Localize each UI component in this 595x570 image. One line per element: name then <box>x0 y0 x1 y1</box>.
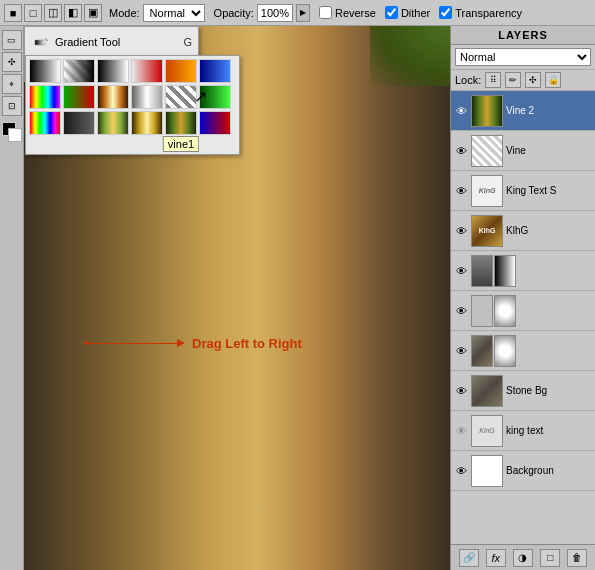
layer-thumb-background <box>471 455 503 487</box>
layer-row-klhg[interactable]: 👁 KlhG KlhG <box>451 211 595 251</box>
gradient-tool-shortcut: G <box>183 36 192 48</box>
gradient-swatch-9[interactable] <box>131 85 163 109</box>
layer-row-king-text[interactable]: 👁 KinG king text <box>451 411 595 451</box>
layer-thumb-klhg: KlhG <box>471 215 503 247</box>
drag-instruction: Drag Left to Right <box>84 336 302 351</box>
layer-name-vine2: Vine 2 <box>506 105 592 116</box>
layer-row-bw[interactable]: 👁 <box>451 251 595 291</box>
lock-label: Lock: <box>455 74 481 86</box>
layer-eye-bw[interactable]: 👁 <box>454 264 468 278</box>
layers-title: LAYERS <box>451 26 595 45</box>
lock-paint-btn[interactable]: ✏ <box>505 72 521 88</box>
gradient-picker: vine1 ↗ <box>25 55 240 155</box>
gradient-tool-option[interactable]: Gradient Tool G <box>28 30 195 54</box>
gradient-swatch-0[interactable] <box>29 59 61 83</box>
opacity-arrow[interactable]: ▶ <box>296 4 310 22</box>
layers-lock-row: Lock: ⠿ ✏ ✣ 🔒 <box>451 70 595 91</box>
mode-btn-1[interactable]: ■ <box>4 4 22 22</box>
reverse-group: Reverse <box>319 6 376 19</box>
gradient-tool-icon <box>31 32 51 52</box>
tool-btn-lasso[interactable]: ⌖ <box>2 74 22 94</box>
layer-name-king-text-s: King Text S <box>506 185 592 196</box>
layer-eye-stone2[interactable]: 👁 <box>454 344 468 358</box>
layer-thumb-glow-main <box>471 295 493 327</box>
mode-btn-2[interactable]: □ <box>24 4 42 22</box>
tool-btn-select[interactable]: ▭ <box>2 30 22 50</box>
layer-eye-stone-bg[interactable]: 👁 <box>454 384 468 398</box>
layer-row-vine2[interactable]: 👁 Vine 2 <box>451 91 595 131</box>
foreground-background[interactable] <box>2 122 22 142</box>
gradient-tooltip: vine1 <box>163 136 199 152</box>
tool-btn-crop[interactable]: ⊡ <box>2 96 22 116</box>
gradient-swatch-15[interactable] <box>131 111 163 135</box>
layers-blend-select[interactable]: Normal <box>455 48 591 66</box>
layer-eye-klhg[interactable]: 👁 <box>454 224 468 238</box>
main-area: ▭ ✣ ⌖ ⊡ Gradient Tool G <box>0 26 595 570</box>
layers-new-fill-btn[interactable]: ◑ <box>513 549 533 567</box>
layer-name-king-text: king text <box>506 425 592 436</box>
gradient-swatch-8[interactable] <box>97 85 129 109</box>
layer-row-stone2[interactable]: 👁 <box>451 331 595 371</box>
gradient-swatch-13[interactable] <box>63 111 95 135</box>
canvas-green-corner <box>370 26 450 86</box>
layer-row-vine[interactable]: 👁 Vine <box>451 131 595 171</box>
transparency-group: Transparency <box>439 6 522 19</box>
layer-eye-background[interactable]: 👁 <box>454 464 468 478</box>
mode-label: Mode: <box>109 7 140 19</box>
gradient-swatch-12[interactable] <box>29 111 61 135</box>
layers-fx-btn[interactable]: fx <box>486 549 506 567</box>
gradient-swatch-10[interactable] <box>165 85 197 109</box>
gradient-swatch-3[interactable] <box>131 59 163 83</box>
layer-eye-vine[interactable]: 👁 <box>454 144 468 158</box>
layer-row-king-text-s[interactable]: 👁 KinG King Text S <box>451 171 595 211</box>
layer-row-background[interactable]: 👁 Backgroun <box>451 451 595 491</box>
layers-list: 👁 Vine 2 👁 Vine 👁 KinG King Text S 👁 Klh… <box>451 91 595 544</box>
gradient-swatch-2[interactable] <box>97 59 129 83</box>
layer-name-klhg: KlhG <box>506 225 592 236</box>
reverse-checkbox[interactable] <box>319 6 332 19</box>
layer-row-glow[interactable]: 👁 <box>451 291 595 331</box>
lock-transparency-btn[interactable]: ⠿ <box>485 72 501 88</box>
background-color[interactable] <box>8 128 22 142</box>
mode-btn-3[interactable]: ◫ <box>44 4 62 22</box>
drag-arrow <box>84 343 184 344</box>
lock-move-btn[interactable]: ✣ <box>525 72 541 88</box>
mode-select[interactable]: Normal <box>143 4 205 22</box>
canvas-area: Gradient Tool G Paint Bucket Tool S <box>24 26 450 570</box>
lock-all-btn[interactable]: 🔒 <box>545 72 561 88</box>
mode-btn-4[interactable]: ◧ <box>64 4 82 22</box>
layers-link-btn[interactable]: 🔗 <box>459 549 479 567</box>
mode-btn-5[interactable]: ▣ <box>84 4 102 22</box>
svg-rect-0 <box>35 40 45 45</box>
transparency-checkbox[interactable] <box>439 6 452 19</box>
layer-eye-vine2[interactable]: 👁 <box>454 104 468 118</box>
gradient-swatch-16[interactable]: vine1 <box>165 111 197 135</box>
gradient-swatch-14[interactable] <box>97 111 129 135</box>
gradient-swatch-11[interactable] <box>199 85 231 109</box>
layer-row-stone-bg[interactable]: 👁 Stone Bg <box>451 371 595 411</box>
layers-delete-btn[interactable]: 🗑 <box>567 549 587 567</box>
toolbar: ■ □ ◫ ◧ ▣ Mode: Normal Opacity: ▶ Revers… <box>0 0 595 26</box>
dither-group: Dither <box>385 6 430 19</box>
layer-thumb-glow-mask <box>494 295 516 327</box>
gradient-swatch-17[interactable] <box>199 111 231 135</box>
gradient-swatch-5[interactable] <box>199 59 231 83</box>
layer-eye-glow[interactable]: 👁 <box>454 304 468 318</box>
gradient-swatch-1[interactable] <box>63 59 95 83</box>
layer-eye-king-text[interactable]: 👁 <box>454 424 468 438</box>
layers-panel: LAYERS Normal Lock: ⠿ ✏ ✣ 🔒 👁 Vine 2 👁 <box>450 26 595 570</box>
layer-thumb-king-text-s: KinG <box>471 175 503 207</box>
layer-thumb-stone-bg <box>471 375 503 407</box>
gradient-swatch-6[interactable] <box>29 85 61 109</box>
opacity-input[interactable] <box>257 4 293 22</box>
layer-eye-king-text-s[interactable]: 👁 <box>454 184 468 198</box>
layers-blend-row: Normal <box>451 45 595 70</box>
gradient-swatch-7[interactable] <box>63 85 95 109</box>
transparency-label: Transparency <box>455 7 522 19</box>
toolbar-mode-buttons: ■ □ ◫ ◧ ▣ <box>4 4 102 22</box>
tool-btn-move[interactable]: ✣ <box>2 52 22 72</box>
gradient-swatch-4[interactable] <box>165 59 197 83</box>
layers-new-layer-btn[interactable]: □ <box>540 549 560 567</box>
opacity-label: Opacity: <box>214 7 254 19</box>
dither-checkbox[interactable] <box>385 6 398 19</box>
